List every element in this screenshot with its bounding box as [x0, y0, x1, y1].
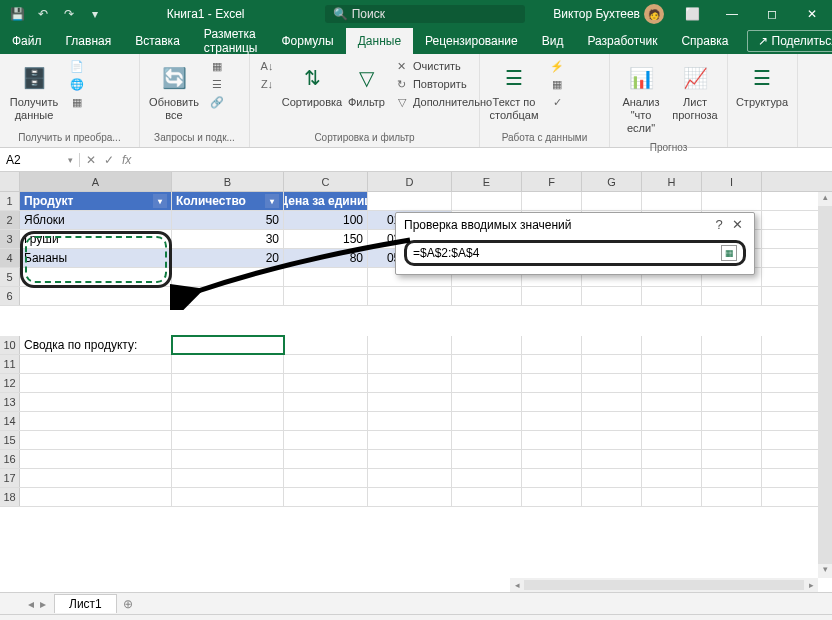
- add-sheet-icon[interactable]: ⊕: [117, 597, 139, 611]
- filter-dropdown-icon[interactable]: ▾: [153, 194, 167, 208]
- from-table-button[interactable]: ▦: [66, 94, 88, 110]
- autosave-icon[interactable]: 💾: [6, 3, 28, 25]
- group-label: Прогноз: [616, 140, 721, 153]
- share-button[interactable]: ↗ Поделиться: [747, 30, 832, 52]
- sheet-tab[interactable]: Лист1: [54, 594, 117, 613]
- cell[interactable]: Яблоки: [20, 211, 172, 229]
- row-header[interactable]: 2: [0, 211, 20, 229]
- text-to-columns-button[interactable]: ☰ Текст по столбцам: [486, 58, 542, 126]
- col-header-c[interactable]: C: [284, 172, 368, 191]
- next-sheet-icon[interactable]: ▸: [40, 597, 46, 611]
- row-header[interactable]: 1: [0, 192, 20, 210]
- from-web-button[interactable]: 🌐: [66, 76, 88, 92]
- filter-icon: ▽: [350, 62, 382, 94]
- range-picker-icon[interactable]: ▦: [721, 245, 737, 261]
- cell[interactable]: 30: [172, 230, 284, 248]
- row-header[interactable]: 3: [0, 230, 20, 248]
- avatar-icon: 🧑: [644, 4, 664, 24]
- tab-layout[interactable]: Разметка страницы: [192, 28, 270, 54]
- whatif-icon: 📊: [625, 62, 657, 94]
- minimize-icon[interactable]: —: [712, 0, 752, 28]
- from-text-button[interactable]: 📄: [66, 58, 88, 74]
- ribbon-tabs: Файл Главная Вставка Разметка страницы Ф…: [0, 28, 832, 54]
- cell[interactable]: 150: [284, 230, 368, 248]
- fx-icon[interactable]: fx: [122, 153, 131, 167]
- col-header-i[interactable]: I: [702, 172, 762, 191]
- cell[interactable]: Бананы: [20, 249, 172, 267]
- ribbon-options-icon[interactable]: ⬜: [672, 0, 712, 28]
- qa-dropdown-icon[interactable]: ▾: [84, 3, 106, 25]
- col-header-g[interactable]: G: [582, 172, 642, 191]
- search-box[interactable]: 🔍 Поиск: [325, 5, 525, 23]
- select-all-corner[interactable]: [0, 172, 20, 191]
- tab-data[interactable]: Данные: [346, 28, 413, 54]
- structure-button[interactable]: ☰ Структура: [734, 58, 790, 113]
- table-header[interactable]: Количество▾: [172, 192, 284, 210]
- refresh-icon: 🔄: [158, 62, 190, 94]
- refresh-all-button[interactable]: 🔄 Обновить все: [146, 58, 202, 126]
- account-area[interactable]: Виктор Бухтеев 🧑: [545, 4, 672, 24]
- selected-cell[interactable]: [172, 336, 284, 354]
- range-input[interactable]: [413, 246, 721, 260]
- cancel-icon[interactable]: ✕: [86, 153, 96, 167]
- flash-fill-icon: ⚡: [550, 59, 564, 73]
- sort-za-button[interactable]: Z↓: [256, 76, 278, 92]
- cell[interactable]: 20: [172, 249, 284, 267]
- links-icon: 🔗: [210, 95, 224, 109]
- redo-icon[interactable]: ↷: [58, 3, 80, 25]
- chevron-down-icon: ▾: [68, 155, 73, 165]
- group-label: Запросы и подк...: [146, 130, 243, 143]
- help-icon[interactable]: ?: [710, 217, 728, 232]
- cell[interactable]: 100: [284, 211, 368, 229]
- clear-icon: ✕: [395, 59, 409, 73]
- name-box[interactable]: A2▾: [0, 153, 80, 167]
- group-label: Работа с данными: [486, 130, 603, 143]
- vertical-scrollbar[interactable]: ▴▾: [818, 192, 832, 578]
- table-header[interactable]: Продукт▾: [20, 192, 172, 210]
- prev-sheet-icon[interactable]: ◂: [28, 597, 34, 611]
- reapply-icon: ↻: [395, 77, 409, 91]
- tab-developer[interactable]: Разработчик: [575, 28, 669, 54]
- tab-file[interactable]: Файл: [0, 28, 54, 54]
- get-data-button[interactable]: 🗄️ Получить данные: [6, 58, 62, 126]
- row-header[interactable]: 4: [0, 249, 20, 267]
- ribbon: 🗄️ Получить данные 📄 🌐 ▦ Получить и прео…: [0, 54, 832, 148]
- tab-insert[interactable]: Вставка: [123, 28, 192, 54]
- queries-icon: ▦: [210, 59, 224, 73]
- database-icon: 🗄️: [18, 62, 50, 94]
- cell[interactable]: Груши: [20, 230, 172, 248]
- filter-dropdown-icon[interactable]: ▾: [265, 194, 279, 208]
- whatif-button[interactable]: 📊 Анализ "что если": [616, 58, 666, 140]
- group-label: Сортировка и фильтр: [256, 130, 473, 143]
- col-header-f[interactable]: F: [522, 172, 582, 191]
- columns-icon: ☰: [498, 62, 530, 94]
- undo-icon[interactable]: ↶: [32, 3, 54, 25]
- horizontal-scrollbar[interactable]: ◂▸: [510, 578, 818, 592]
- sort-icon: ⇅: [296, 62, 328, 94]
- remove-dup-icon: ▦: [550, 77, 564, 91]
- sort-button[interactable]: ⇅ Сортировка: [282, 58, 342, 113]
- tab-review[interactable]: Рецензирование: [413, 28, 530, 54]
- col-header-h[interactable]: H: [642, 172, 702, 191]
- maximize-icon[interactable]: ◻: [752, 0, 792, 28]
- tab-formulas[interactable]: Формулы: [269, 28, 345, 54]
- filter-button[interactable]: ▽ Фильтр: [346, 58, 387, 113]
- data-validation-dialog[interactable]: Проверка вводимых значений ? ✕ ▦: [395, 212, 755, 275]
- col-header-e[interactable]: E: [452, 172, 522, 191]
- tab-home[interactable]: Главная: [54, 28, 124, 54]
- sheet-tabs: ◂▸ Лист1 ⊕: [0, 592, 832, 614]
- close-icon[interactable]: ✕: [792, 0, 832, 28]
- col-header-a[interactable]: A: [20, 172, 172, 191]
- col-header-d[interactable]: D: [368, 172, 452, 191]
- cell[interactable]: Сводка по продукту:: [20, 336, 172, 354]
- col-header-b[interactable]: B: [172, 172, 284, 191]
- cell[interactable]: 80: [284, 249, 368, 267]
- confirm-icon[interactable]: ✓: [104, 153, 114, 167]
- sort-az-button[interactable]: A↓: [256, 58, 278, 74]
- cell[interactable]: 50: [172, 211, 284, 229]
- forecast-button[interactable]: 📈 Лист прогноза: [670, 58, 720, 126]
- close-icon[interactable]: ✕: [728, 217, 746, 232]
- tab-help[interactable]: Справка: [669, 28, 740, 54]
- table-header[interactable]: Цена за единиц: [284, 192, 368, 210]
- tab-view[interactable]: Вид: [530, 28, 576, 54]
